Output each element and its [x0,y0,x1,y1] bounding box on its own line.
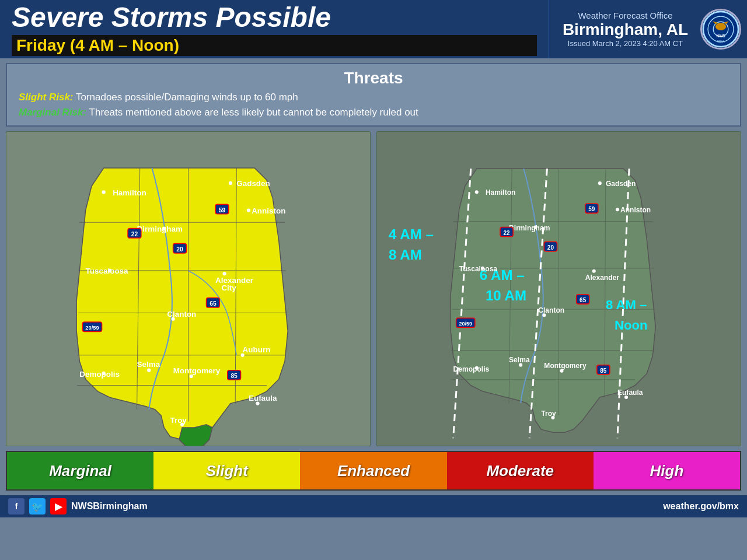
threat-line-2: Marginal Risk: Threats mentioned above a… [19,105,728,120]
svg-text:Gadsden: Gadsden [606,180,636,188]
svg-point-84 [592,270,596,273]
social-handle: NWSBirmingham [71,501,148,512]
legend-item-marginal: Marginal [7,452,153,489]
svg-text:Birmingham: Birmingham [509,224,550,232]
svg-text:Troy: Troy [170,416,187,425]
svg-text:85: 85 [231,373,238,379]
svg-point-78 [616,208,619,211]
svg-text:Hamilton: Hamilton [113,188,146,197]
svg-text:Troy: Troy [541,410,556,418]
threat-area-map: Threat Area [6,131,371,446]
svg-point-3 [715,23,726,30]
svg-text:Eufaula: Eufaula [249,394,277,402]
svg-text:Montgomery: Montgomery [173,366,221,375]
header-right: Weather Forecast Office Birmingham, AL I… [549,0,747,58]
legend-item-slight: Slight [153,452,300,489]
svg-text:20/59: 20/59 [85,325,99,331]
svg-text:Anniston: Anniston [620,206,651,214]
svg-point-19 [229,181,232,185]
svg-text:Clanton: Clanton [167,310,196,318]
svg-point-27 [222,272,226,275]
svg-text:Birmingham: Birmingham [137,225,183,233]
svg-text:Selma: Selma [509,356,530,364]
wfo-issued: Issued March 2, 2023 4:20 AM CT [555,39,696,48]
page-title: Severe Storms Possible [12,2,537,33]
svg-text:65: 65 [580,297,587,303]
page-subtitle: Friday (4 AM – Noon) [12,35,537,56]
svg-point-17 [102,190,106,194]
threat-timing-svg: 4 AM – 8 AM 6 AM – 10 AM 8 AM – Noon Ham… [377,132,741,446]
svg-text:Auburn: Auburn [243,345,271,354]
svg-text:NWS: NWS [717,34,726,38]
svg-text:Hamilton: Hamilton [486,188,516,197]
wfo-city: Birmingham, AL [555,20,696,39]
social-links: f 🐦 ▶ NWSBirmingham [8,498,148,514]
legend-item-high: High [594,452,740,489]
svg-text:85: 85 [600,368,607,374]
nws-logo: NWS NOAA [700,9,741,50]
svg-text:Selma: Selma [137,360,160,369]
svg-text:22: 22 [131,231,138,237]
svg-text:Clanton: Clanton [538,306,564,314]
svg-text:City: City [221,284,236,292]
svg-text:8 AM: 8 AM [389,247,422,262]
svg-text:Tuscaloosa: Tuscaloosa [86,267,128,275]
legend-item-enhanced: Enhanced [300,452,446,489]
marginal-risk-label: Marginal Risk: [19,107,86,118]
svg-text:Demopolis: Demopolis [79,370,120,379]
legend-item-moderate: Moderate [447,452,594,489]
threat-area-svg: Hamilton Gadsden Anniston Birmingham Tus… [6,132,370,446]
threats-box: Threats Slight Risk: Tornadoes possible/… [6,63,741,127]
slight-risk-text: Tornadoes possible/Damaging winds up to … [74,92,298,103]
svg-point-76 [598,181,602,185]
facebook-icon[interactable]: f [8,498,25,514]
header: Severe Storms Possible Friday (4 AM – No… [0,0,747,58]
svg-text:20: 20 [176,246,183,253]
twitter-icon[interactable]: 🐦 [29,498,46,514]
footer: f 🐦 ▶ NWSBirmingham weather.gov/bmx [0,495,747,517]
wfo-info: Weather Forecast Office Birmingham, AL I… [555,10,696,48]
legend-label-moderate: Moderate [486,462,554,480]
svg-text:Eufaula: Eufaula [617,388,643,397]
header-left: Severe Storms Possible Friday (4 AM – No… [0,0,549,58]
svg-text:59: 59 [588,206,595,212]
legend-label-slight: Slight [206,462,248,480]
legend-label-enhanced: Enhanced [337,462,410,480]
svg-text:4 AM –: 4 AM – [389,226,434,242]
svg-text:22: 22 [503,230,510,236]
svg-text:10 AM: 10 AM [486,288,526,303]
svg-text:20/59: 20/59 [459,321,472,327]
svg-text:Demopolis: Demopolis [453,365,490,373]
wfo-label: Weather Forecast Office [555,10,696,20]
svg-text:Gadsden: Gadsden [236,179,270,188]
svg-text:20: 20 [547,244,554,251]
svg-text:Noon: Noon [615,318,647,332]
legend-label-marginal: Marginal [49,462,111,480]
svg-text:Tuscaloosa: Tuscaloosa [459,265,498,273]
slight-risk-label: Slight Risk: [19,92,74,103]
svg-text:NOAA: NOAA [717,40,725,43]
threats-title: Threats [19,69,728,88]
svg-text:59: 59 [219,207,226,214]
threat-timing-map: Threat Timing [376,131,741,446]
legend-label-high: High [650,462,684,480]
maps-container: Threat Area [6,131,741,446]
svg-text:Montgomery: Montgomery [544,362,587,370]
youtube-icon[interactable]: ▶ [50,498,67,514]
threat-line-1: Slight Risk: Tornadoes possible/Damaging… [19,90,728,105]
legend-bar: MarginalSlightEnhancedModerateHigh [6,451,741,491]
marginal-risk-text: Threats mentioned above are less likely … [86,107,418,118]
svg-point-74 [475,190,479,194]
svg-text:Anniston: Anniston [252,206,285,215]
svg-point-21 [247,208,250,212]
website-url: weather.gov/bmx [663,501,739,512]
svg-text:65: 65 [210,300,217,307]
svg-text:8 AM –: 8 AM – [606,298,647,312]
svg-text:Alexander: Alexander [585,274,620,282]
